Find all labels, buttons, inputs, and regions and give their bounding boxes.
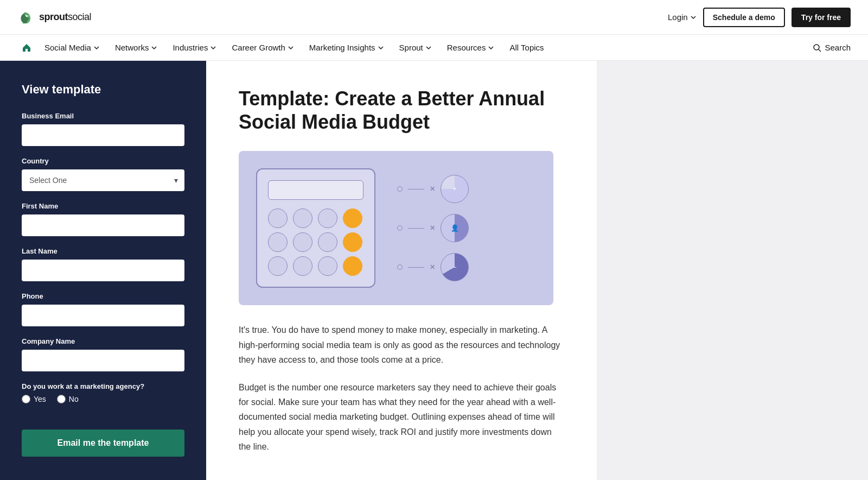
nav-career-growth[interactable]: Career Growth — [225, 41, 300, 54]
header-right: Login Schedule a demo Try for free — [668, 8, 851, 27]
svg-line-1 — [819, 49, 821, 52]
agency-no-radio[interactable] — [57, 395, 66, 403]
nav-search[interactable]: Search — [813, 43, 851, 52]
company-name-input[interactable] — [22, 350, 184, 371]
chevron-down-icon — [288, 45, 294, 51]
calc-btn-orange-1 — [343, 209, 362, 228]
phone-label: Phone — [22, 292, 184, 300]
agency-question-label: Do you work at a marketing agency? — [22, 382, 184, 390]
nav-social-media[interactable]: Social Media — [38, 41, 106, 54]
calc-btn-8 — [293, 256, 312, 276]
agency-radio-group: Yes No — [22, 395, 184, 403]
first-name-label: First Name — [22, 202, 184, 210]
schedule-demo-button[interactable]: Schedule a demo — [703, 8, 785, 27]
calc-btn-6 — [318, 232, 337, 252]
formula-line-2 — [408, 228, 424, 229]
first-name-input[interactable] — [22, 214, 184, 236]
formula-row-1: ✕ + — [397, 175, 469, 203]
formula-line-1 — [408, 189, 424, 190]
main-layout: View template Business Email Country Sel… — [0, 61, 868, 480]
submit-button[interactable]: Email me the template — [22, 430, 184, 457]
content-para-2: Budget is the number one resource market… — [239, 380, 564, 454]
pie-chart-1: + — [441, 175, 469, 203]
nav-all-topics[interactable]: All Topics — [503, 41, 550, 54]
agency-question-group: Do you work at a marketing agency? Yes N… — [22, 382, 184, 403]
business-email-group: Business Email — [22, 112, 184, 146]
calculator-graphic — [256, 168, 375, 288]
pie-chart-2: 👤 — [441, 214, 469, 242]
try-free-button[interactable]: Try for free — [792, 8, 851, 27]
calc-btn-9 — [318, 256, 337, 276]
pie-chart-3: − — [441, 253, 469, 281]
last-name-label: Last Name — [22, 247, 184, 255]
calc-btn-3 — [318, 209, 337, 228]
nav-industries[interactable]: Industries — [166, 41, 223, 54]
calculator-container: ✕ + ✕ 👤 — [256, 168, 536, 288]
calc-btn-2 — [293, 209, 312, 228]
header-left: sproutsocial — [17, 9, 91, 26]
calc-btn-orange-3 — [343, 256, 362, 276]
formula-x-1: ✕ — [430, 185, 435, 193]
formula-line-3 — [408, 267, 424, 268]
nav-networks[interactable]: Networks — [108, 41, 164, 54]
login-button[interactable]: Login — [668, 12, 697, 22]
chevron-down-icon — [210, 45, 216, 51]
logo[interactable]: sproutsocial — [17, 9, 91, 26]
pie-icon-1: + — [452, 185, 456, 193]
formula-dot-2 — [397, 225, 403, 231]
nav-resources[interactable]: Resources — [441, 41, 501, 54]
country-select[interactable]: Select One — [22, 169, 184, 191]
calc-btn-4 — [268, 232, 288, 252]
sidebar-form: View template Business Email Country Sel… — [0, 61, 206, 480]
calc-screen — [268, 180, 363, 200]
content-para-1: It's true. You do have to spend money to… — [239, 323, 564, 367]
chevron-down-icon — [93, 45, 100, 51]
formula-pies: ✕ + ✕ 👤 — [397, 175, 469, 281]
country-select-wrapper: Select One ▾ — [22, 169, 184, 191]
formula-x-3: ✕ — [430, 263, 435, 271]
formula-dot-1 — [397, 186, 403, 192]
formula-dot-3 — [397, 264, 403, 270]
country-label: Country — [22, 157, 184, 165]
template-illustration: ✕ + ✕ 👤 — [239, 151, 553, 305]
first-name-group: First Name — [22, 202, 184, 236]
chevron-down-icon — [690, 14, 697, 21]
chevron-down-icon — [378, 45, 384, 51]
calc-buttons — [268, 209, 363, 276]
chevron-down-icon — [425, 45, 432, 51]
agency-no-label[interactable]: No — [57, 395, 79, 403]
chevron-down-icon — [151, 45, 157, 51]
formula-row-3: ✕ − — [397, 253, 469, 281]
logo-text: sproutsocial — [39, 11, 91, 23]
calc-btn-5 — [293, 232, 312, 252]
main-nav: Social Media Networks Industries Career … — [0, 35, 868, 61]
company-name-label: Company Name — [22, 337, 184, 345]
header: sproutsocial Login Schedule a demo Try f… — [0, 0, 868, 35]
main-content: Template: Create a Better Annual Social … — [206, 61, 597, 480]
pie-icon-3: − — [452, 263, 456, 271]
country-group: Country Select One ▾ — [22, 157, 184, 191]
business-email-input[interactable] — [22, 124, 184, 146]
pie-icon-2: 👤 — [451, 224, 459, 232]
business-email-label: Business Email — [22, 112, 184, 120]
calc-btn-7 — [268, 256, 288, 276]
agency-yes-label[interactable]: Yes — [22, 395, 46, 403]
chevron-down-icon — [488, 45, 494, 51]
last-name-input[interactable] — [22, 260, 184, 281]
phone-group: Phone — [22, 292, 184, 326]
nav-home-icon[interactable] — [17, 43, 36, 53]
svg-point-0 — [814, 45, 819, 50]
page-title: Template: Create a Better Annual Social … — [239, 87, 564, 134]
nav-marketing-insights[interactable]: Marketing Insights — [303, 41, 391, 54]
calc-btn-1 — [268, 209, 288, 228]
agency-yes-radio[interactable] — [22, 395, 30, 403]
formula-x-2: ✕ — [430, 224, 435, 232]
phone-input[interactable] — [22, 305, 184, 326]
nav-sprout[interactable]: Sprout — [393, 41, 438, 54]
form-title: View template — [22, 83, 184, 97]
calc-btn-orange-2 — [343, 232, 362, 252]
last-name-group: Last Name — [22, 247, 184, 281]
sprout-logo-icon — [17, 9, 35, 26]
company-name-group: Company Name — [22, 337, 184, 371]
search-icon — [813, 43, 821, 52]
